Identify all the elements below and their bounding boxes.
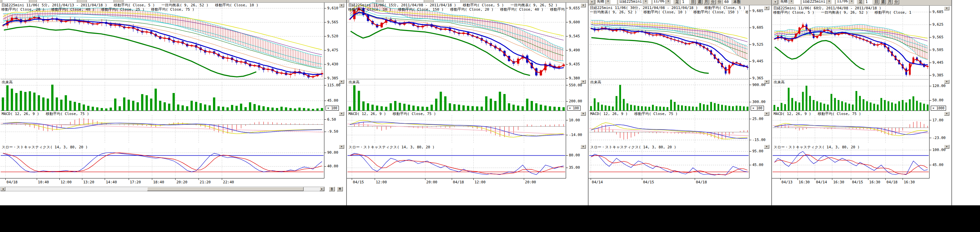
macd-axis-label: -14.00 <box>569 133 582 137</box>
volume-pane-label: 出来高 <box>2 80 13 85</box>
macd-axis-label: 17.00 <box>932 118 943 122</box>
time-axis-label: 16:30 <box>869 180 880 184</box>
stoch-axis-label: 95.00 <box>752 149 763 153</box>
time-axis-label: 17:20 <box>130 180 141 184</box>
macd-axis-label: -9.50 <box>327 130 338 134</box>
time-axis-label: 04/13 <box>781 180 792 184</box>
price-axis-label: 9,490 <box>569 48 580 52</box>
axis-scale-button[interactable]: ▼ <box>944 80 950 84</box>
volume-axis-label: 550.00 <box>569 83 582 87</box>
scroll-thumb[interactable] <box>147 187 304 191</box>
time-axis-label: 14:40 <box>106 180 117 184</box>
stoch-axis-label: 45.00 <box>932 163 943 167</box>
time-axis-label: 10:40 <box>38 180 49 184</box>
macd-pane-label: MACD( 12, 26, 9 ) 移動平均( Close, 75 ) <box>2 111 89 116</box>
chart-title: 日経225mini 11/06( 5分, 2011/04/13 - 2011/0… <box>2 3 323 7</box>
axis-scale-button[interactable]: ▼ <box>764 6 769 10</box>
chart-title: 日経225mini 11/06( 15分, 2011/04/08 - 2011/… <box>348 3 565 7</box>
macd-axis-label: 25.00 <box>752 117 763 121</box>
volume-axis-label: 900.00 <box>752 83 765 87</box>
chart-subtitle: 移動平均( Close, 5 ) 一目均衡表( 9, 26, 52 ) 移動平均… <box>773 10 928 14</box>
volume-axis-label: 50.00 <box>932 98 943 102</box>
price-axis-label: 9,525 <box>752 42 763 46</box>
time-axis-label: 04/18 <box>453 180 464 184</box>
time-axis-label: 13:20 <box>83 180 94 184</box>
price-axis-label: 9,565 <box>327 20 338 24</box>
bottom-tool-button-b[interactable]: B <box>329 187 335 191</box>
time-axis-label: 16:30 <box>833 180 844 184</box>
volume-multiplier: × 1000 <box>931 106 946 110</box>
chart-window-5min: 日経225mini 11/06( 5分, 2011/04/13 - 2011/0… <box>0 0 347 205</box>
chart-window-30min: ▼ 先物▼ 日経225mini▼ 11/06▼ 足 1 日 週 月 分 分 60… <box>589 0 772 205</box>
scroll-right-button[interactable]: ▶ <box>320 187 324 191</box>
price-axis-label: 9,605 <box>752 25 763 30</box>
time-axis-label: 04/18 <box>7 180 18 184</box>
price-axis-label: 9,520 <box>327 34 338 38</box>
macd-axis-label: 6.50 <box>327 117 336 122</box>
price-axis-label: 9,435 <box>569 62 580 66</box>
chart-canvas <box>772 0 951 204</box>
axis-scale-button[interactable]: ▼ <box>339 145 344 149</box>
stoch-axis-label: 40.00 <box>327 164 338 168</box>
price-axis-label: 9,385 <box>327 76 338 80</box>
chart-canvas <box>589 0 771 204</box>
time-axis-label: 18:40 <box>153 180 164 184</box>
stoch-axis-label: 45.00 <box>752 163 763 167</box>
price-axis-label: 9,505 <box>932 48 943 52</box>
axis-scale-button[interactable]: ▼ <box>764 112 769 116</box>
chart-window-60min: ▼ 先物▼ 日経225mini▼ 11/06▼ 足 1 日 週 月 分 日経22… <box>772 0 952 205</box>
bottom-tool-button-m[interactable]: M <box>337 187 343 191</box>
axis-scale-button[interactable]: ▼ <box>339 80 344 84</box>
scroll-left-button[interactable]: ◀ <box>1 187 5 191</box>
axis-scale-button[interactable]: ▼ <box>581 80 586 84</box>
volume-axis-label: 200.00 <box>569 99 582 103</box>
chart-window-15min: 日経225mini 11/06( 15分, 2011/04/08 - 2011/… <box>347 0 589 205</box>
axis-scale-button[interactable]: ▼ <box>944 112 950 116</box>
price-axis-label: 9,385 <box>932 73 943 77</box>
axis-scale-button[interactable]: ▼ <box>581 145 586 149</box>
time-axis-label: 12:00 <box>60 180 72 184</box>
axis-scale-button[interactable]: ▼ <box>339 112 344 116</box>
volume-multiplier: × 100 <box>567 106 581 110</box>
macd-pane-label: MACD( 12, 26, 9 ) 移動平均( Close, 75 ) <box>590 111 678 116</box>
axis-scale-button[interactable]: ▼ <box>944 145 950 149</box>
time-axis-label: 04/14 <box>816 180 827 184</box>
price-axis-label: 9,545 <box>569 34 580 38</box>
price-axis-label: 9,380 <box>569 76 580 80</box>
price-axis-label: 9,685 <box>932 10 943 14</box>
axis-scale-button[interactable]: ▼ <box>944 6 950 10</box>
time-axis-label: 21:20 <box>200 180 211 184</box>
macd-axis-label: -15.00 <box>752 138 765 142</box>
volume-axis-label: 45.00 <box>327 98 338 103</box>
time-axis-label: 04/18 <box>696 180 707 184</box>
axis-scale-button[interactable]: ▼ <box>339 3 344 7</box>
axis-scale-button[interactable]: ▼ <box>581 3 586 7</box>
volume-pane-label: 出来高 <box>590 80 601 85</box>
time-axis-label: 04/18 <box>886 180 897 184</box>
axis-scale-button[interactable]: ▼ <box>581 112 586 116</box>
charting-workspace: 日経225mini 11/06( 5分, 2011/04/13 - 2011/0… <box>0 0 980 205</box>
time-axis-label: 22:40 <box>223 180 234 184</box>
chart-title: 日経225mini 11/06( 30分, 2011/04/08 - 2011/… <box>590 6 748 10</box>
price-axis-label: 9,685 <box>752 9 763 13</box>
chart-subtitle: 移動平均( Close, 10 ) 移動平均( Close, 150 ) 移動平… <box>348 7 565 12</box>
horizontal-scrollbar[interactable]: ◀ ▶ <box>0 187 325 191</box>
axis-scale-button[interactable]: ▼ <box>764 145 769 149</box>
volume-axis-label: 300.00 <box>752 100 765 104</box>
chart-subtitle: 移動平均( Close, 20 ) 移動平均( Close, 40 ) 移動平均… <box>2 7 323 12</box>
macd-pane-label: MACD( 12, 26, 9 ) 移動平均( Close, 75 ) <box>774 111 861 116</box>
time-axis-label: 20:20 <box>177 180 188 184</box>
stoch-axis-label: 80.00 <box>569 153 580 157</box>
price-axis-label: 9,610 <box>327 6 338 10</box>
volume-axis-label: 115.00 <box>327 83 340 87</box>
axis-scale-button[interactable]: ▼ <box>764 80 769 84</box>
macd-axis-label: -23.00 <box>932 136 946 140</box>
stoch-pane-label: スロー・ストキャスティクス( 14, 3, 80, 20 ) <box>2 145 88 150</box>
price-axis-label: 9,655 <box>569 6 580 10</box>
chart-title: 日経225mini 11/06( 60分, 2011/04/08 - 2011/… <box>773 6 928 10</box>
time-axis-label: 04/15 <box>643 180 654 184</box>
macd-axis-label: 10.00 <box>569 118 580 122</box>
time-axis-label: 12:00 <box>475 180 486 184</box>
stoch-axis-label: 100.00 <box>932 148 946 152</box>
price-axis-label: 9,365 <box>752 76 763 80</box>
